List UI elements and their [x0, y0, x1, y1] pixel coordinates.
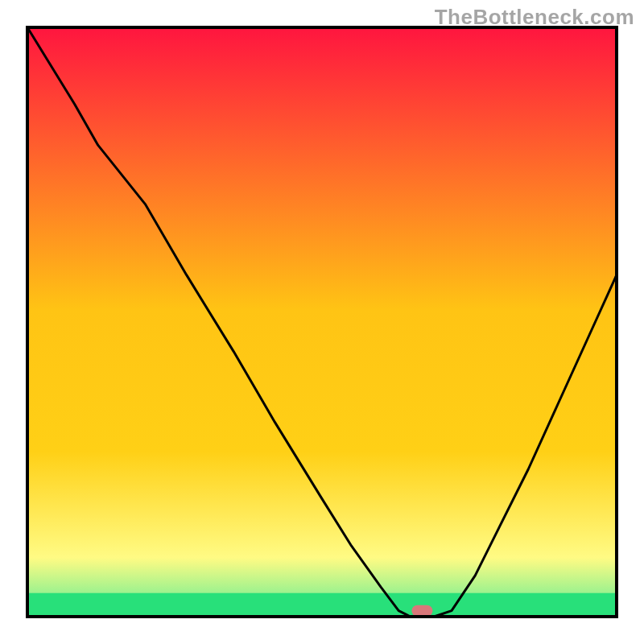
chart-svg: [0, 0, 644, 644]
watermark-text: TheBottleneck.com: [435, 5, 634, 30]
gradient-background: [27, 27, 617, 617]
green-band: [27, 593, 617, 617]
chart-stage: TheBottleneck.com: [0, 0, 644, 644]
plot-area: [27, 27, 617, 617]
optimal-marker: [411, 605, 432, 617]
